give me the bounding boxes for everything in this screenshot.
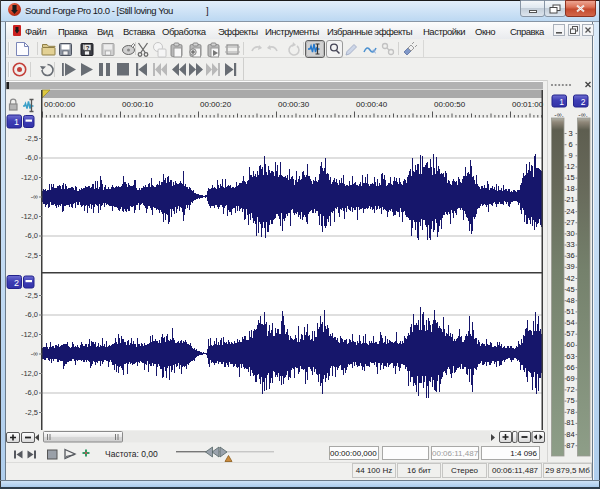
svg-text:54: 54 — [566, 318, 574, 327]
svg-text:-12,0: -12,0 — [21, 173, 38, 182]
svg-text:-6,0: -6,0 — [25, 153, 38, 162]
svg-text:48: 48 — [566, 296, 574, 305]
svg-text:81: 81 — [566, 418, 574, 427]
svg-text:15: 15 — [566, 173, 574, 182]
svg-text:-2,5: -2,5 — [25, 251, 38, 260]
svg-text:42: 42 — [566, 274, 574, 283]
svg-text:-12,0: -12,0 — [21, 330, 38, 339]
svg-text:-2,5: -2,5 — [25, 134, 38, 143]
svg-text:-6,0: -6,0 — [25, 310, 38, 319]
svg-text:1: 1 — [14, 117, 19, 127]
svg-text:84: 84 — [566, 430, 574, 439]
svg-text:00:00:10: 00:00:10 — [122, 100, 154, 109]
svg-text:33: 33 — [566, 240, 574, 249]
svg-text:2: 2 — [14, 278, 19, 288]
svg-text:66: 66 — [566, 363, 574, 372]
svg-text:00:00:20: 00:00:20 — [200, 100, 232, 109]
svg-text:12: 12 — [566, 162, 574, 171]
svg-text:-∞: -∞ — [31, 350, 38, 357]
svg-text:-6,0: -6,0 — [25, 231, 38, 240]
svg-text:30: 30 — [566, 229, 574, 238]
svg-text:60: 60 — [566, 340, 574, 349]
svg-text:00:00:00: 00:00:00 — [44, 100, 76, 109]
svg-text:27: 27 — [566, 218, 574, 227]
svg-text:-∞: -∞ — [31, 193, 38, 200]
svg-text:45: 45 — [566, 285, 574, 294]
svg-text:6: 6 — [568, 140, 572, 149]
svg-text:00:00:40: 00:00:40 — [356, 100, 388, 109]
svg-text:57: 57 — [566, 329, 574, 338]
svg-text:72: 72 — [566, 385, 574, 394]
svg-text:00:01:00: 00:01:00 — [512, 100, 544, 109]
svg-text:18: 18 — [566, 184, 574, 193]
svg-text:39: 39 — [566, 262, 574, 271]
svg-text:36: 36 — [566, 251, 574, 260]
svg-text:-2,5: -2,5 — [25, 291, 38, 300]
svg-text:78: 78 — [566, 407, 574, 416]
svg-text:3: 3 — [568, 129, 572, 138]
svg-text:24: 24 — [566, 207, 574, 216]
svg-text:21: 21 — [566, 195, 574, 204]
svg-text:63: 63 — [566, 352, 574, 361]
svg-text:?: ? — [86, 45, 90, 51]
svg-text:Частота: 0,00: Частота: 0,00 — [105, 449, 158, 459]
svg-text:9: 9 — [568, 151, 572, 160]
svg-text:00:00:50: 00:00:50 — [434, 100, 466, 109]
svg-text:87: 87 — [566, 441, 574, 450]
svg-text:2: 2 — [581, 97, 586, 107]
svg-text:-12,0: -12,0 — [21, 212, 38, 221]
svg-text:-∞.: -∞. — [554, 111, 563, 118]
svg-text:69: 69 — [566, 374, 574, 383]
svg-text:-6,0: -6,0 — [25, 388, 38, 397]
svg-text:00:00:30: 00:00:30 — [278, 100, 310, 109]
svg-text:-∞.: -∞. — [578, 111, 587, 118]
svg-text:1: 1 — [559, 97, 564, 107]
svg-text:51: 51 — [566, 307, 574, 316]
svg-text:75: 75 — [566, 396, 574, 405]
svg-text:-2,5: -2,5 — [25, 408, 38, 417]
svg-text:-12,0: -12,0 — [21, 369, 38, 378]
